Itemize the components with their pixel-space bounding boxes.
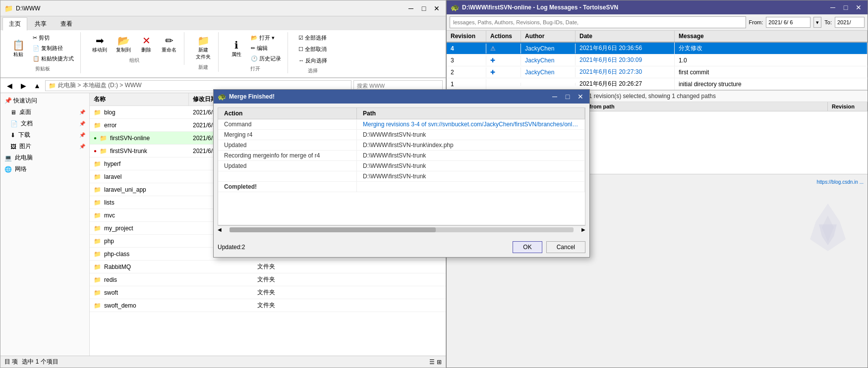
paste-button[interactable]: 📋 粘贴 (8, 38, 28, 59)
scroll-left-btn[interactable]: ◀ (218, 227, 222, 232)
cell-name: 📁 my_project (90, 224, 189, 233)
copy-label: 复制到 (116, 47, 131, 53)
col-from-path[interactable]: from path (585, 102, 828, 111)
merge-ok-button[interactable]: OK (513, 241, 542, 253)
table-row[interactable]: 📁 redis 文件夹 (90, 273, 446, 286)
sidebar-item-network[interactable]: 🌐 网络 (0, 163, 89, 175)
cell-actions-1 (486, 83, 521, 86)
cut-button[interactable]: ✂ 剪切 (30, 33, 76, 43)
folder-icon: 📁 (94, 276, 101, 283)
footer-link: https://blog.csdn.in ... (817, 179, 864, 185)
log-row-3[interactable]: 3 ✚ JackyChen 2021年6月6日 20:30:09 1.0 (447, 54, 868, 66)
copy-path-button[interactable]: 📄 复制路径 (30, 44, 76, 53)
to-date-input[interactable] (835, 17, 865, 28)
col-date[interactable]: Date (576, 31, 675, 42)
tab-share[interactable]: 共享 (28, 17, 53, 30)
select-none-button[interactable]: ☐ 全部取消 (296, 45, 329, 54)
folder-icon: 📁 (94, 212, 101, 219)
col-name[interactable]: 名称 (90, 93, 189, 105)
sidebar-item-desktop[interactable]: 🖥 桌面 📌 (0, 106, 89, 118)
log-row-2[interactable]: 2 ✚ JackyChen 2021年6月6日 20:27:30 first c… (447, 66, 868, 78)
minimize-button[interactable]: ─ (406, 3, 416, 13)
cell-type: 文件夹 (253, 274, 293, 285)
history-button[interactable]: 🕐 历史记录 (248, 54, 284, 63)
organize-group-label: 组织 (129, 57, 139, 64)
col-actions[interactable]: Actions (486, 31, 521, 42)
from-date-input[interactable] (766, 17, 810, 28)
cell-revision-3: 3 (447, 55, 486, 65)
properties-button[interactable]: ℹ 属性 (227, 38, 246, 59)
select-all-button[interactable]: ☑ 全部选择 (296, 33, 329, 43)
col-revision-cp[interactable]: Revision (828, 102, 868, 111)
explorer-title-icon: 📁 (4, 4, 13, 12)
forward-button[interactable]: ▶ (17, 80, 29, 92)
merge-cell-action-merging: Merging r4 (218, 130, 357, 140)
move-to-button[interactable]: ➡ 移动到 (89, 33, 111, 55)
cell-actions-2: ✚ (486, 67, 521, 77)
sidebar-item-downloads[interactable]: ⬇ 下载 📌 (0, 129, 89, 141)
cell-name: 📁 redis (90, 275, 189, 284)
merge-scrollbar-area: ◀ ▶ (218, 225, 585, 233)
paste-label: 粘贴 (13, 51, 23, 58)
list-view-icon[interactable]: ☰ (429, 359, 435, 366)
merge-close-button[interactable]: ✕ (576, 92, 585, 102)
table-row[interactable]: 📁 swoft_demo 文件夹 (90, 299, 446, 312)
pictures-label: 图片 (19, 142, 31, 151)
merge-table: Action Path Command Merging revisions 3-… (218, 108, 585, 192)
cell-actions-3: ✚ (486, 55, 521, 65)
explorer-title-bar: 📁 D:\WWW ─ □ ✕ (0, 0, 446, 16)
details-view-icon[interactable]: ⊞ (437, 359, 442, 366)
sidebar-item-thispc[interactable]: 💻 此电脑 (0, 152, 89, 163)
cell-name: 📁 lists (90, 198, 189, 207)
merge-minimize-button[interactable]: ─ (550, 92, 560, 102)
merge-hscroll-thumb[interactable] (230, 227, 436, 232)
svn-minimize-button[interactable]: ─ (828, 2, 838, 12)
cell-type: 文件夹 (253, 262, 293, 272)
log-row-4[interactable]: 4 ⚠ JackyChen 2021年6月6日 20:36:56 分支修改 (447, 43, 868, 54)
svn-search-input[interactable] (450, 16, 746, 28)
paste-shortcut-button[interactable]: 📋 粘贴快捷方式 (30, 54, 76, 63)
log-row-1[interactable]: 1 2021年6月6日 20:26:27 initial directory s… (447, 78, 868, 90)
svn-close-button[interactable]: ✕ (854, 2, 864, 12)
copy-to-button[interactable]: 📂 复制到 (113, 33, 134, 55)
maximize-button[interactable]: □ (419, 3, 429, 13)
merge-cancel-button[interactable]: Cancel (546, 241, 585, 253)
rename-button[interactable]: ✏ 重命名 (158, 33, 180, 55)
merge-hscroll-track[interactable] (230, 227, 574, 232)
doc-pin-icon: 📌 (79, 121, 85, 126)
svn-maximize-button[interactable]: □ (841, 2, 851, 12)
tab-home[interactable]: 主页 (2, 17, 27, 31)
back-button[interactable]: ◀ (3, 80, 15, 92)
clipboard-group-label: 剪贴板 (35, 65, 50, 72)
move-label: 移动到 (92, 47, 107, 53)
open-button[interactable]: 📂 打开 ▾ (248, 33, 284, 43)
col-revision[interactable]: Revision (447, 31, 486, 42)
edit-button[interactable]: ✏ 编辑 (248, 44, 284, 53)
merge-maximize-button[interactable]: □ (563, 92, 573, 102)
sidebar-item-quickaccess[interactable]: 📌 快速访问 (0, 95, 89, 106)
documents-icon: 📄 (10, 120, 18, 127)
move-icon: ➡ (96, 35, 104, 47)
cell-name: 📁 swoft_demo (90, 301, 189, 310)
close-button[interactable]: ✕ (432, 3, 442, 13)
invert-selection-button[interactable]: ↔ 反向选择 (296, 56, 330, 65)
folder-icon: 📁 (94, 173, 101, 180)
col-message[interactable]: Message (675, 31, 868, 42)
col-author[interactable]: Author (521, 31, 576, 42)
table-row[interactable]: 📁 swoft 文件夹 (90, 286, 446, 299)
sidebar-item-documents[interactable]: 📄 文档 📌 (0, 118, 89, 129)
merge-cell-path-empty: D:\WWW\firstSVN-trunk (357, 171, 585, 181)
merge-cell-path-merging: D:\WWW\firstSVN-trunk (357, 130, 585, 140)
scroll-right-btn[interactable]: ▶ (581, 227, 585, 232)
new-folder-button[interactable]: 📁 新建文件夹 (192, 33, 214, 62)
cell-date-4: 2021年6月6日 20:36:56 (576, 43, 675, 54)
sidebar-item-pictures[interactable]: 🖼 图片 📌 (0, 141, 89, 152)
table-row[interactable]: 📁 RabbitMQ 文件夹 (90, 261, 446, 273)
tab-view[interactable]: 查看 (54, 17, 79, 30)
dl-pin-icon: 📌 (79, 132, 85, 138)
delete-button[interactable]: ✕ 删除 (136, 33, 156, 55)
from-date-picker[interactable]: ▾ (813, 17, 821, 28)
thispc-label: 此电脑 (15, 154, 33, 162)
svn-title-text: D:\WWW\firstSVN-online - Log Messages - … (462, 4, 825, 11)
up-button[interactable]: ▲ (31, 80, 43, 92)
